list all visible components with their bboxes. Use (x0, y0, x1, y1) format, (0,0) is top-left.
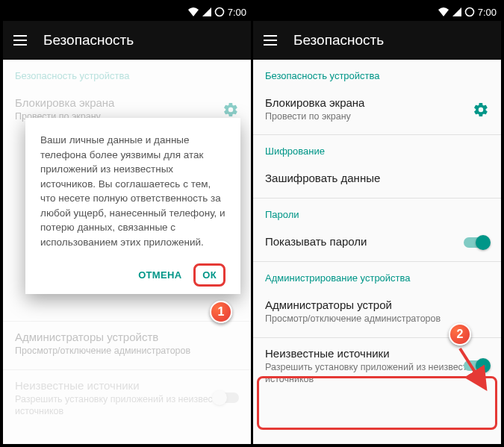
screen-lock-title: Блокировка экрана (265, 96, 489, 110)
gear-icon[interactable] (473, 101, 489, 118)
step-badge-1: 1 (210, 301, 232, 323)
arrow-icon (454, 343, 491, 395)
menu-icon[interactable] (13, 35, 27, 46)
show-passwords-toggle[interactable] (464, 237, 489, 248)
status-time: 7:00 (228, 7, 246, 18)
encrypt-title: Зашифровать данные (265, 172, 489, 186)
battery-icon (464, 7, 475, 17)
section-passwords: Пароли (253, 199, 501, 226)
page-title: Безопасность (293, 32, 384, 49)
device-admins-title: Администраторы устрой (265, 298, 489, 313)
section-device-admin: Администрирование устройства (253, 262, 501, 290)
screen-lock-sub: Провести по экрану (265, 110, 489, 122)
item-screen-lock[interactable]: Блокировка экрана Провести по экрану (253, 87, 501, 131)
dialog-message: Ваши личные данные и данные телефона бол… (40, 133, 225, 250)
item-show-passwords[interactable]: Показывать пароли (253, 226, 501, 258)
status-icons (187, 7, 225, 17)
svg-point-1 (465, 8, 473, 16)
ok-button[interactable]: ОК (193, 263, 225, 287)
section-encryption: Шифрование (253, 135, 501, 163)
signal-icon (452, 7, 462, 17)
svg-line-2 (460, 348, 482, 384)
status-bar: 7:00 (253, 3, 501, 21)
battery-icon (214, 7, 225, 17)
wifi-icon (187, 7, 199, 17)
status-icons (438, 7, 475, 17)
status-bar: 7:00 (3, 3, 251, 21)
menu-icon[interactable] (264, 35, 277, 46)
item-encrypt[interactable]: Зашифровать данные (253, 163, 501, 195)
show-passwords-title: Показывать пароли (265, 235, 489, 249)
svg-point-0 (215, 8, 223, 16)
right-phone-screen: 7:00 Безопасность Безопасность устройств… (253, 3, 501, 444)
left-phone-screen: 7:00 Безопасность Безопасность устройств… (3, 3, 251, 444)
section-device-security: Безопасность устройства (253, 60, 501, 87)
signal-icon (202, 7, 212, 17)
app-bar: Безопасность (3, 21, 251, 60)
wifi-icon (438, 7, 449, 17)
confirmation-dialog: Ваши личные данные и данные телефона бол… (25, 118, 240, 294)
status-time: 7:00 (478, 7, 497, 18)
cancel-button[interactable]: ОТМЕНА (131, 263, 189, 287)
app-bar: Безопасность (253, 21, 501, 60)
dialog-actions: ОТМЕНА ОК (40, 263, 225, 287)
page-title: Безопасность (43, 32, 134, 49)
